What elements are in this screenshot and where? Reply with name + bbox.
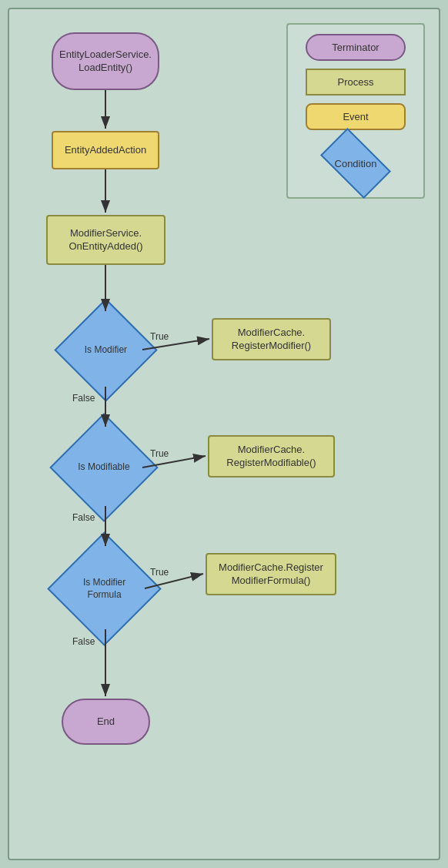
true-label-1: True	[150, 331, 169, 342]
start-node: EntityLoaderService. LoadEntity()	[52, 32, 159, 90]
false-label-2: False	[72, 512, 95, 523]
diamond3-node: Is Modifier Formula	[47, 531, 161, 645]
diagram-container: Terminator Process Event Condition Entit…	[8, 8, 440, 860]
true-label-3: True	[150, 567, 169, 578]
process1-node: ModifierService. OnEntityAdded()	[46, 215, 165, 265]
diamond2-node: Is Modifiable	[49, 413, 158, 521]
diamond1-node: Is Modifier	[54, 298, 157, 401]
process2-node: ModifierCache. RegisterModifier()	[212, 318, 331, 360]
legend-event: Event	[306, 103, 406, 130]
legend-terminator: Terminator	[306, 34, 406, 61]
legend-condition: Condition	[320, 128, 391, 199]
action1-node: EntityAddedAction	[52, 131, 159, 169]
process4-node: ModifierCache.Register ModifierFormula()	[206, 553, 336, 595]
process3-node: ModifierCache. RegisterModifiable()	[208, 435, 335, 478]
false-label-1: False	[72, 393, 95, 404]
true-label-2: True	[150, 448, 169, 459]
legend-process: Process	[306, 69, 406, 96]
legend-box: Terminator Process Event Condition	[286, 23, 425, 199]
end-node: End	[62, 699, 150, 745]
false-label-3: False	[72, 636, 95, 647]
